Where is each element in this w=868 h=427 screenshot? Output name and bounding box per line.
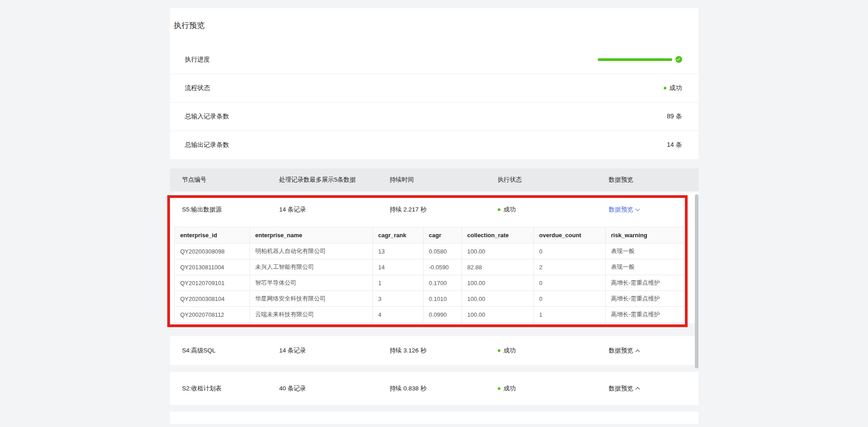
progress-bar xyxy=(598,58,672,61)
row-execution-progress: 执行进度 xyxy=(170,45,698,74)
preview-cell: QY20020708112 xyxy=(175,307,250,323)
preview-cell: 82.88 xyxy=(462,259,533,275)
preview-col-header: cagr xyxy=(423,227,462,244)
preview-cell: 3 xyxy=(373,291,423,307)
vertical-scrollbar[interactable] xyxy=(695,194,698,368)
chevron-up-icon xyxy=(635,387,640,392)
preview-table-head-row: enterprise_identerprise_namecagr_rankcag… xyxy=(175,227,684,244)
s5-preview-table: enterprise_identerprise_namecagr_rankcag… xyxy=(175,227,684,323)
flow-status-label: 流程状态 xyxy=(185,84,210,92)
col-header-node-id: 节点编号 xyxy=(182,176,279,184)
preview-cell: 表现一般 xyxy=(605,244,684,259)
node-list-scroll-area: S5:输出数据源 14 条记录 持续 2.217 秒 成功 数据预览 enter… xyxy=(170,192,698,427)
preview-cell: 0 xyxy=(533,244,605,259)
col-header-records: 处理记录数最多展示5条数据 xyxy=(279,176,390,184)
preview-col-header: cagr_rank xyxy=(373,227,423,244)
chevron-down-icon xyxy=(635,206,640,211)
preview-cell: 高增长-需重点维护 xyxy=(605,307,684,323)
preview-table-row: QY20200308104华星网络安全科技有限公司30.1010100.000高… xyxy=(175,291,684,307)
preview-table-row: QY20020708112云端未来科技有限公司40.0990100.001高增长… xyxy=(175,307,684,323)
preview-cell: 表现一般 xyxy=(605,259,684,275)
col-header-preview: 数据预览 xyxy=(609,176,698,184)
preview-cell: 智芯半导体公司 xyxy=(250,275,373,291)
preview-cell: 14 xyxy=(373,259,423,275)
preview-cell: 高增长-需重点维护 xyxy=(605,291,684,307)
col-header-duration: 持续时间 xyxy=(390,176,498,184)
preview-cell: QY20200308098 xyxy=(175,244,250,259)
node-status: 成功 xyxy=(498,206,609,214)
preview-cell: QY20120709101 xyxy=(175,275,250,291)
node-id: S4:高级SQL xyxy=(182,347,279,355)
preview-col-header: risk_warning xyxy=(605,227,684,244)
preview-cell: -0.0590 xyxy=(423,259,462,275)
preview-cell: 2 xyxy=(533,259,605,275)
execution-progress-indicator xyxy=(598,56,682,63)
preview-cell: 100.00 xyxy=(462,307,533,323)
node-records: 14 条记录 xyxy=(279,206,390,214)
flow-status-value: 成功 xyxy=(664,84,682,92)
preview-col-header: enterprise_name xyxy=(250,227,373,244)
preview-cell: QY20130811004 xyxy=(175,259,250,275)
preview-cell: 100.00 xyxy=(462,275,533,291)
preview-cell: 0 xyxy=(533,275,605,291)
node-card-s4: S4:高级SQL 14 条记录 持续 3.126 秒 成功 数据预览 xyxy=(170,336,698,365)
node-status: 成功 xyxy=(498,347,609,355)
total-output-label: 总输出记录条数 xyxy=(185,141,229,149)
preview-cell: 华星网络安全科技有限公司 xyxy=(250,291,373,307)
preview-cell: 13 xyxy=(373,244,423,259)
node-duration: 持续 2.217 秒 xyxy=(390,206,498,214)
row-total-output: 总输出记录条数 14 条 xyxy=(170,131,698,159)
summary-card: 执行预览 执行进度 流程状态 成功 总输入记录条数 89 条 总输出记录条数 1… xyxy=(170,8,698,159)
data-preview-toggle-s5[interactable]: 数据预览 xyxy=(609,206,698,214)
preview-col-header: overdue_count xyxy=(533,227,605,244)
page-title: 执行预览 xyxy=(174,20,695,31)
preview-cell: 未兴人工智能有限公司 xyxy=(250,259,373,275)
node-card-s5: S5:输出数据源 14 条记录 持续 2.217 秒 成功 数据预览 enter… xyxy=(170,192,698,324)
preview-cell: 0.1010 xyxy=(423,291,462,307)
success-dot-icon xyxy=(498,208,500,211)
chevron-up-icon xyxy=(635,349,640,354)
node-duration: 持续 3.126 秒 xyxy=(390,347,498,355)
node-card-s2: S2:收租计划表 40 条记录 持续 0.838 秒 成功 数据预览 xyxy=(170,372,698,405)
preview-table-row: QY20120709101智芯半导体公司10.1700100.000高增长-需重… xyxy=(175,275,684,291)
total-output-value: 14 条 xyxy=(667,141,682,149)
preview-cell: 0.1700 xyxy=(423,275,462,291)
title-block: 执行预览 xyxy=(170,8,698,45)
preview-table-row: QY20130811004未兴人工智能有限公司14-0.059082.882表现… xyxy=(175,259,684,275)
data-preview-toggle-s4[interactable]: 数据预览 xyxy=(609,347,698,355)
success-dot-icon xyxy=(498,349,500,352)
preview-cell: 4 xyxy=(373,307,423,323)
preview-cell: 1 xyxy=(373,275,423,291)
preview-cell: 100.00 xyxy=(462,244,533,259)
node-summary-row-s5: S5:输出数据源 14 条记录 持续 2.217 秒 成功 数据预览 xyxy=(170,192,698,227)
preview-cell: 云端未来科技有限公司 xyxy=(250,307,373,323)
row-total-input: 总输入记录条数 89 条 xyxy=(170,102,698,131)
col-header-status: 执行状态 xyxy=(498,176,609,184)
preview-col-header: collection_rate xyxy=(462,227,533,244)
preview-cell: 明柏机器人自动化有限公司 xyxy=(250,244,373,259)
preview-col-header: enterprise_id xyxy=(175,227,250,244)
row-flow-status: 流程状态 成功 xyxy=(170,74,698,102)
node-records: 40 条记录 xyxy=(279,385,390,393)
node-status: 成功 xyxy=(498,385,609,393)
preview-cell: 高增长-需重点维护 xyxy=(605,275,684,291)
node-card-partial xyxy=(170,412,698,424)
preview-cell: 100.00 xyxy=(462,291,533,307)
total-input-label: 总输入记录条数 xyxy=(185,113,229,121)
execution-preview-panel: 执行预览 执行进度 流程状态 成功 总输入记录条数 89 条 总输出记录条数 1… xyxy=(170,8,698,427)
node-table-header: 节点编号 处理记录数最多展示5条数据 持续时间 执行状态 数据预览 xyxy=(170,169,698,191)
data-preview-toggle-s2[interactable]: 数据预览 xyxy=(609,385,698,393)
total-input-value: 89 条 xyxy=(667,113,682,121)
node-duration: 持续 0.838 秒 xyxy=(390,385,498,393)
preview-cell: 1 xyxy=(533,307,605,323)
success-dot-icon xyxy=(498,387,500,390)
flow-status-text: 成功 xyxy=(670,84,682,92)
node-id: S5:输出数据源 xyxy=(182,206,279,214)
preview-table-row: QY20200308098明柏机器人自动化有限公司130.0580100.000… xyxy=(175,244,684,259)
check-circle-icon xyxy=(675,56,682,63)
execution-progress-label: 执行进度 xyxy=(185,56,210,64)
preview-cell: 0.0580 xyxy=(423,244,462,259)
preview-cell: QY20200308104 xyxy=(175,291,250,307)
preview-cell: 0.0990 xyxy=(423,307,462,323)
node-records: 14 条记录 xyxy=(279,347,390,355)
